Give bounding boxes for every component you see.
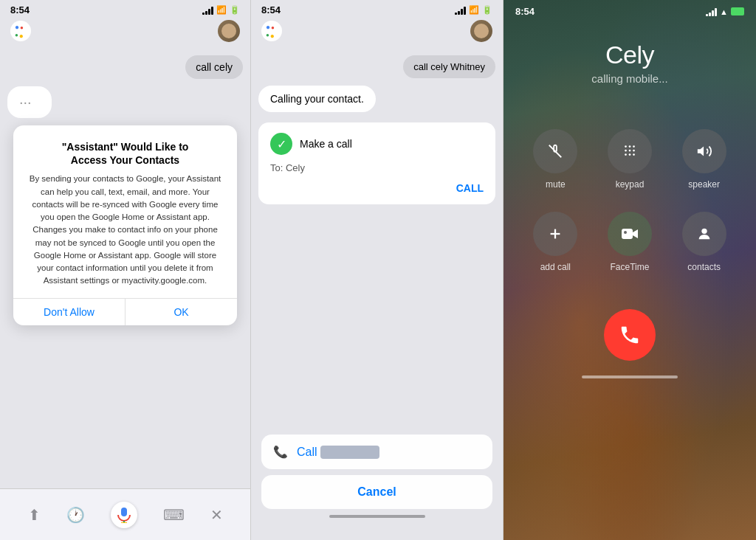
home-indicator-2: [329, 515, 425, 518]
keypad-icon-circle: [608, 129, 652, 173]
svg-rect-18: [624, 231, 627, 234]
svg-point-6: [633, 145, 635, 148]
contacts-icon-circle: [682, 212, 726, 256]
svg-point-8: [629, 150, 631, 152]
status-icons-3: ▲ ▮▮: [706, 7, 744, 16]
history-icon[interactable]: 🕐: [66, 506, 85, 524]
make-call-header: ✓ Make a call: [270, 133, 484, 155]
add-call-button[interactable]: add call: [526, 212, 585, 272]
check-icon: ✓: [270, 133, 292, 155]
dialog-body: By sending your contacts to Google, your…: [27, 173, 224, 287]
battery-icon-2: 🔋: [482, 5, 492, 15]
chat-area-1: call cely ··· "Assistant" Would Like to …: [0, 48, 250, 488]
avatar-face-2: [474, 24, 489, 38]
bottom-bar-1: ⬆ 🕐 ⌨ ✕: [0, 488, 250, 540]
make-call-card: ✓ Make a call To: Cely CALL: [258, 122, 495, 204]
keypad-button[interactable]: keypad: [600, 129, 660, 190]
panel3-screen: 8:54 ▲ ▮▮ Cely calling mobile...: [504, 0, 756, 540]
make-call-label: Make a call: [300, 138, 352, 150]
caller-name: Cely: [518, 41, 741, 69]
svg-point-7: [625, 150, 627, 152]
facetime-label: FaceTime: [611, 262, 650, 272]
dialog-title: "Assistant" Would Like to Access Your Co…: [27, 140, 224, 167]
caller-info: Cely calling mobile...: [504, 18, 756, 100]
status-bar-3: 8:54 ▲ ▮▮: [504, 0, 756, 18]
time-1: 8:54: [10, 4, 30, 15]
user-message-bubble-1: call cely: [185, 55, 243, 79]
signal-bars-1: [202, 6, 213, 15]
home-indicator-3: [582, 375, 678, 378]
facetime-icon-circle: [608, 212, 652, 256]
user-avatar-1: [218, 20, 240, 42]
avatar-face-1: [221, 24, 236, 38]
dialog-buttons: Don't Allow OK: [13, 298, 237, 325]
wifi-icon-2: 📶: [469, 5, 479, 15]
svg-line-3: [549, 145, 562, 158]
svg-rect-16: [622, 229, 633, 239]
to-contact-line: To: Cely: [270, 162, 484, 173]
speaker-label: speaker: [688, 179, 720, 190]
end-call-area: [504, 309, 756, 361]
top-bar-2: ●● ●●: [251, 17, 503, 48]
blurred-number: [320, 446, 379, 459]
top-bar-1: ●● ●●: [0, 17, 250, 48]
phone-icon: 📞: [273, 445, 288, 459]
signal-bars-3: [706, 7, 717, 16]
contacts-button[interactable]: contacts: [674, 212, 734, 272]
time-2: 8:54: [261, 4, 281, 15]
expand-icon[interactable]: ⬆: [28, 506, 41, 524]
mute-label: mute: [546, 179, 566, 190]
time-3: 8:54: [515, 6, 535, 17]
mute-icon-circle: [533, 129, 577, 173]
facetime-button[interactable]: FaceTime: [600, 212, 660, 272]
svg-point-12: [633, 153, 635, 156]
browse-icon[interactable]: ✕: [210, 506, 223, 524]
svg-point-10: [625, 153, 627, 156]
svg-point-19: [701, 229, 707, 234]
caller-status: calling mobile...: [518, 72, 741, 85]
add-call-icon-circle: [533, 212, 577, 256]
google-assistant-logo-2: ●● ●●: [261, 21, 282, 41]
status-icons-2: 📶 🔋: [455, 5, 492, 15]
microphone-icon-1[interactable]: [111, 502, 137, 528]
action-sheet-call[interactable]: 📞 Call: [261, 435, 492, 469]
signal-bars-2: [455, 6, 466, 15]
svg-rect-0: [121, 508, 127, 516]
cancel-button[interactable]: Cancel: [261, 475, 492, 509]
typing-indicator: ···: [7, 86, 52, 118]
call-action-link[interactable]: CALL: [270, 182, 484, 194]
keyboard-icon[interactable]: ⌨: [163, 506, 185, 524]
permission-dialog: "Assistant" Would Like to Access Your Co…: [13, 125, 237, 325]
status-icons-1: 📶 🔋: [202, 5, 240, 15]
google-assistant-logo-1: ●● ●●: [10, 21, 31, 41]
user-avatar-2: [470, 20, 492, 42]
action-call-text: Call: [297, 446, 379, 459]
user-message-bubble-2: call cely Whitney: [403, 55, 495, 78]
battery-icon-1: 🔋: [230, 5, 240, 15]
panel1-screen: 8:54 📶 🔋 ●● ●● call cely ···: [0, 0, 251, 540]
svg-point-11: [629, 153, 631, 156]
action-call-row[interactable]: 📞 Call: [261, 435, 492, 469]
battery-icon-3: ▮▮: [731, 7, 744, 15]
calling-response-bubble: Calling your contact.: [258, 86, 376, 112]
svg-point-4: [625, 145, 627, 148]
mute-button[interactable]: mute: [526, 129, 585, 190]
add-call-label: add call: [540, 262, 571, 272]
svg-point-9: [633, 150, 635, 152]
ok-button[interactable]: OK: [126, 299, 237, 325]
speaker-button[interactable]: speaker: [674, 129, 734, 190]
panel2-screen: 8:54 📶 🔋 ●● ●● call cely Whitney Calling: [251, 0, 504, 540]
wifi-icon-1: 📶: [216, 5, 227, 15]
dont-allow-button[interactable]: Don't Allow: [13, 299, 126, 325]
contacts-label: contacts: [687, 262, 721, 272]
status-bar-2: 8:54 📶 🔋: [251, 0, 503, 17]
action-sheets: 📞 Call Cancel: [251, 435, 503, 540]
end-call-button[interactable]: [604, 309, 656, 361]
call-prefix: Call: [297, 446, 317, 458]
call-buttons-grid: mute keypad: [504, 114, 756, 287]
status-bar-1: 8:54 📶 🔋: [0, 0, 250, 17]
svg-point-5: [629, 145, 631, 148]
wifi-icon-3: ▲: [720, 7, 728, 16]
svg-marker-13: [697, 147, 703, 156]
keypad-label: keypad: [616, 179, 645, 190]
